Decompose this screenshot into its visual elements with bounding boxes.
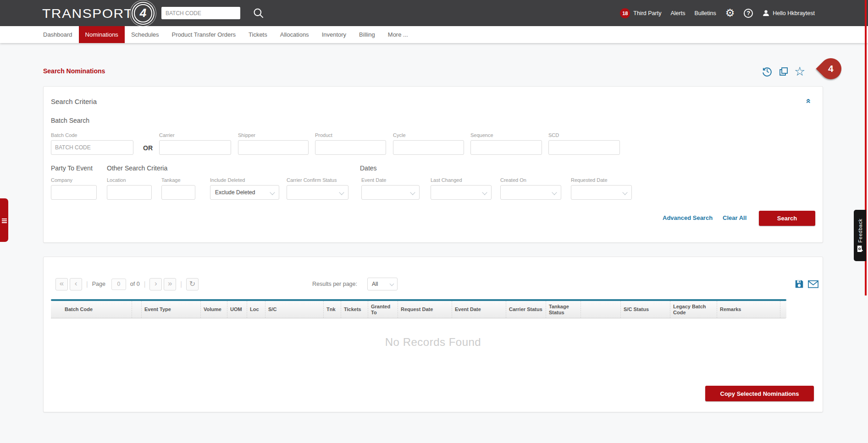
duplicate-icon[interactable] (778, 66, 789, 77)
tankage-input[interactable] (161, 185, 195, 200)
column-header-loc[interactable]: Loc (247, 301, 265, 318)
column-header-batch-code[interactable]: Batch Code (51, 301, 132, 318)
side-menu-tab[interactable] (0, 198, 8, 242)
help-icon[interactable]: ? (744, 9, 753, 18)
column-header-sc-status[interactable]: S/C Status (620, 301, 670, 318)
feedback-camera-icon (857, 246, 863, 252)
save-icon[interactable] (794, 279, 804, 289)
search-icon[interactable] (252, 7, 265, 19)
chevron-down-icon (339, 190, 344, 195)
scd-input[interactable] (548, 140, 620, 155)
criteria-title: Search Criteria (51, 98, 97, 105)
batch-code-label: Batch Code (51, 132, 77, 138)
column-header-remarks[interactable]: Remarks (717, 301, 780, 318)
column-header-sc[interactable]: S/C (265, 301, 323, 318)
include-deleted-label: Include Deleted (210, 177, 245, 183)
sequence-input[interactable] (470, 140, 542, 155)
pager-separator: | (180, 280, 182, 288)
location-input[interactable] (107, 185, 152, 200)
batch-search-heading: Batch Search (51, 117, 89, 124)
page-number-input[interactable] (111, 279, 126, 290)
column-header-request-date[interactable]: Request Date (398, 301, 452, 318)
user-icon (762, 9, 770, 17)
prev-page-icon[interactable]: ‹ (70, 278, 82, 290)
app-root: TRANSPORT 4 18 Third Party Alerts Bullet… (0, 0, 868, 443)
event-date-select[interactable] (361, 185, 420, 200)
tab-billing[interactable]: Billing (353, 26, 381, 43)
refresh-icon[interactable]: ↻ (186, 278, 199, 290)
requested-date-select[interactable] (571, 185, 632, 200)
column-header-volume[interactable]: Volume (200, 301, 227, 318)
column-header-tickets[interactable]: Tickets (341, 301, 368, 318)
column-header-tankage-status[interactable]: Tankage Status (546, 301, 581, 318)
carrier-confirm-status-select[interactable] (287, 185, 348, 200)
tab-product-transfer-orders[interactable]: Product Transfer Orders (166, 26, 242, 43)
cycle-input[interactable] (393, 140, 464, 155)
product-input[interactable] (315, 140, 386, 155)
gear-icon[interactable]: ⚙ (725, 8, 735, 18)
top-header: TRANSPORT 4 18 Third Party Alerts Bullet… (0, 0, 868, 26)
tankage-label: Tankage (161, 177, 181, 183)
company-input[interactable] (51, 185, 97, 200)
location-label: Location (107, 177, 126, 183)
page-label: Page (92, 281, 105, 287)
column-header-event-date[interactable]: Event Date (452, 301, 506, 318)
carrier-label: Carrier (159, 132, 175, 138)
shipper-input[interactable] (238, 140, 309, 155)
carrier-input[interactable] (159, 140, 231, 155)
tab-allocations[interactable]: Allocations (274, 26, 315, 43)
transport4-logo[interactable]: TRANSPORT 4 (42, 4, 152, 22)
copy-selected-nominations-button[interactable]: Copy Selected Nominations (705, 386, 814, 401)
envelope-icon[interactable] (807, 279, 819, 289)
advanced-search-link[interactable]: Advanced Search (663, 214, 713, 221)
third-party-count-badge: 18 (620, 8, 630, 18)
third-party-link[interactable]: 18 Third Party (620, 8, 661, 18)
tab-nominations[interactable]: Nominations (79, 26, 125, 43)
user-menu[interactable]: Hello Hkbraytest (762, 9, 815, 17)
feedback-tab[interactable]: Feedback (854, 210, 866, 261)
tab-more[interactable]: More ... (381, 26, 415, 43)
last-page-icon[interactable]: » (164, 278, 176, 290)
other-search-heading: Other Search Criteria (107, 164, 167, 172)
bulletins-link[interactable]: Bulletins (694, 10, 716, 16)
results-per-page-label: Results per page: (312, 281, 357, 287)
table-header-row: Batch Code Event Type Volume UOM Loc S/C… (51, 301, 786, 318)
global-batch-search-input[interactable] (161, 7, 240, 19)
search-button[interactable]: Search (759, 211, 815, 226)
pager-separator: | (144, 280, 146, 288)
favorite-star-icon[interactable]: ☆ (794, 66, 805, 77)
column-header-carrier-status[interactable]: Carrier Status (506, 301, 546, 318)
next-page-icon[interactable]: › (149, 278, 162, 290)
tab-schedules[interactable]: Schedules (125, 26, 166, 43)
collapse-panel-icon[interactable]: « (805, 98, 813, 104)
sequence-label: Sequence (470, 132, 493, 138)
tab-tickets[interactable]: Tickets (242, 26, 274, 43)
column-header-event-type[interactable]: Event Type (141, 301, 200, 318)
history-icon[interactable] (761, 66, 773, 77)
results-per-page-select[interactable]: All (367, 278, 398, 290)
last-changed-select[interactable] (431, 185, 492, 200)
column-header-uom[interactable]: UOM (227, 301, 247, 318)
page-title: Search Nominations (43, 67, 105, 75)
column-header-tnk[interactable]: Tnk (323, 301, 341, 318)
empty-state-message: No Records Found (44, 336, 823, 349)
tab-dashboard[interactable]: Dashboard (37, 26, 79, 43)
pagination-bar: « ‹ | Page of 0 | › » | ↻ (55, 278, 199, 290)
column-header-legacy-batch-code[interactable]: Legacy Batch Code (670, 301, 717, 318)
grid-actions (794, 279, 819, 289)
main-nav: Dashboard Nominations Schedules Product … (0, 26, 868, 43)
first-page-icon[interactable]: « (55, 278, 68, 290)
chevron-down-icon (552, 190, 557, 195)
product-label: Product (315, 132, 332, 138)
column-header-granted-to[interactable]: Granted To (368, 301, 398, 318)
chevron-down-icon (622, 190, 627, 195)
created-on-select[interactable] (500, 185, 561, 200)
scd-label: SCD (548, 132, 559, 138)
include-deleted-select[interactable]: Exclude Deleted (210, 185, 279, 200)
dates-heading: Dates (360, 164, 377, 172)
tab-inventory[interactable]: Inventory (315, 26, 353, 43)
chevron-down-icon (410, 190, 415, 195)
clear-all-link[interactable]: Clear All (723, 214, 746, 221)
batch-code-input[interactable] (51, 140, 133, 155)
alerts-link[interactable]: Alerts (670, 10, 685, 16)
